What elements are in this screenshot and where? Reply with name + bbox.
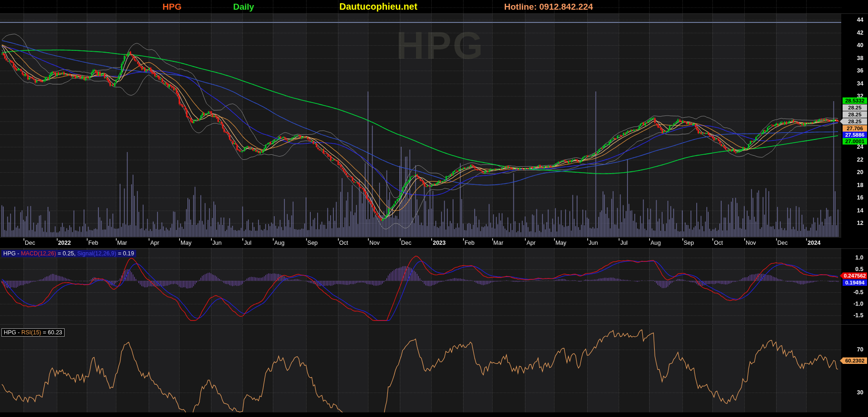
chart-application-window: HPG HPG Daily Dautucophieu.net Hotline: … (0, 0, 868, 417)
chart-canvas[interactable] (0, 0, 868, 417)
